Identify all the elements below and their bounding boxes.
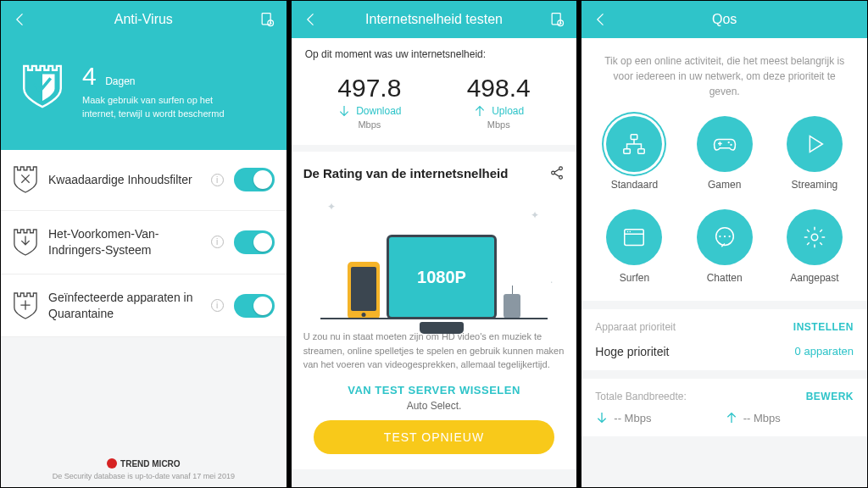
info-icon[interactable]: i: [211, 299, 224, 312]
tile-label: Streaming: [774, 179, 855, 191]
svg-point-5: [559, 167, 563, 170]
list-item[interactable]: Kwaadaardige Inhoudsfilter i: [1, 150, 287, 211]
tile-chatting[interactable]: Chatten: [684, 209, 765, 284]
download-unit: Mbps: [305, 119, 434, 130]
svg-rect-7: [632, 135, 638, 140]
gamepad-icon: [712, 131, 737, 157]
edit-link[interactable]: BEWERK: [806, 391, 854, 402]
tile-label: Gamen: [684, 179, 765, 191]
qos-screen: Qos Tik op een online activiteit, die he…: [581, 0, 868, 488]
report-icon[interactable]: [548, 10, 566, 29]
tile-custom[interactable]: Aangepast: [774, 209, 855, 284]
bandwidth-section: Totale Bandbreedte: BEWERK -- Mbps -- Mb…: [581, 379, 867, 436]
days-label: Dagen: [105, 75, 135, 87]
section-label: Totale Bandbreedte:: [595, 391, 686, 402]
device-priority-section: Apparaat prioriteit INSTELLEN Hoge prior…: [581, 309, 867, 370]
download-arrow-icon: [595, 411, 609, 424]
feature-label: Kwaadaardige Inhoudsfilter: [48, 172, 198, 188]
svg-point-16: [719, 236, 721, 237]
tile-label: Standaard: [593, 179, 675, 191]
upload-arrow-icon: [473, 104, 487, 118]
footer: TREND MICRO De Security database is up-t…: [1, 458, 287, 480]
page-title: Internetsnelheid testen: [320, 12, 548, 27]
tile-gaming[interactable]: Gamen: [684, 116, 765, 191]
tile-label: Chatten: [684, 272, 765, 284]
browser-icon: [621, 225, 647, 250]
toggle-switch[interactable]: [234, 230, 275, 254]
svg-point-18: [728, 236, 730, 237]
info-icon[interactable]: i: [211, 236, 224, 248]
svg-rect-2: [553, 14, 561, 25]
instruction-text: Tik op een online activiteit, die het me…: [593, 53, 855, 99]
svg-point-4: [552, 171, 555, 175]
svg-rect-0: [262, 14, 270, 25]
back-icon[interactable]: [592, 10, 610, 29]
illustration: ✦✦. 1080P: [303, 192, 565, 319]
upload-value: 498.4: [434, 74, 563, 103]
feature-label: Het-Voorkomen-Van-Indringers-Systeem: [48, 226, 198, 258]
tile-label: Aangepast: [774, 272, 855, 284]
high-priority-row[interactable]: Hoge prioriteit 0 apparaten: [595, 345, 854, 358]
back-icon[interactable]: [11, 10, 30, 29]
svg-point-14: [630, 231, 632, 233]
back-icon[interactable]: [302, 10, 320, 29]
shield-download-icon: [13, 228, 38, 257]
speedtest-screen: Internetsnelheid testen Op dit moment wa…: [291, 0, 578, 488]
cup-icon: [504, 294, 520, 319]
row-label: Hoge prioriteit: [595, 345, 669, 358]
change-server-link[interactable]: VAN TEST SERVER WISSELEN: [303, 384, 565, 396]
tile-standard[interactable]: Standaard: [593, 116, 675, 191]
feature-label: Geïnfecteerde apparaten in Quarantaine: [48, 290, 198, 322]
download-arrow-icon: [337, 104, 351, 118]
bandwidth-up: -- Mbps: [725, 411, 854, 424]
speed-summary: Op dit moment was uw internetsnelheid: 4…: [292, 38, 577, 145]
activity-grid: Standaard Gamen Streaming Surfen Chatten: [593, 116, 855, 284]
upload-unit: Mbps: [434, 119, 563, 130]
row-value: 0 apparaten: [795, 345, 854, 358]
svg-point-19: [811, 234, 818, 241]
retest-button[interactable]: TEST OPNIEUW: [314, 420, 555, 454]
report-icon[interactable]: [258, 10, 276, 29]
monitor-icon: 1080P: [387, 235, 497, 319]
svg-point-17: [724, 236, 726, 237]
header: Anti-Virus: [1, 1, 287, 38]
page-title: Anti-Virus: [30, 12, 258, 27]
download-block: 497.8 Download Mbps: [305, 74, 434, 130]
svg-point-10: [727, 141, 729, 143]
toggle-switch[interactable]: [234, 168, 275, 191]
bandwidth-down: -- Mbps: [595, 411, 724, 424]
upload-arrow-icon: [725, 411, 738, 424]
network-icon: [621, 131, 647, 157]
rating-description: U zou nu in staat moeten zijn om HD vide…: [303, 330, 565, 372]
section-label: Apparaat prioriteit: [595, 321, 676, 333]
hero-banner: 4 Dagen Maak gebruik van surfen op het i…: [1, 38, 287, 150]
list-item[interactable]: Het-Voorkomen-Van-Indringers-Systeem i: [1, 211, 287, 274]
chat-icon: [712, 225, 737, 250]
play-icon: [802, 131, 827, 157]
shield-plus-icon: [13, 291, 38, 320]
feature-list: Kwaadaardige Inhoudsfilter i Het-Voorkom…: [1, 150, 287, 338]
download-value: 497.8: [305, 74, 434, 103]
footer-text: De Security database is up-to-date vanaf…: [1, 472, 287, 480]
phone-icon: [348, 262, 380, 319]
shield-x-icon: [13, 165, 38, 194]
configure-link[interactable]: INSTELLEN: [793, 321, 854, 333]
svg-point-6: [559, 175, 563, 179]
tile-label: Surfen: [593, 272, 675, 284]
share-icon[interactable]: [549, 165, 565, 180]
page-title: Qos: [610, 12, 838, 27]
gear-icon: [802, 225, 827, 250]
toggle-switch[interactable]: [234, 294, 275, 318]
hero-subtitle: Maak gebruik van surfen op het internet,…: [82, 94, 235, 121]
svg-point-13: [627, 231, 629, 233]
svg-point-11: [730, 144, 732, 146]
caption: Op dit moment was uw internetsnelheid:: [305, 48, 564, 60]
header: Qos: [581, 1, 867, 38]
info-icon[interactable]: i: [211, 174, 224, 186]
tile-streaming[interactable]: Streaming: [774, 116, 855, 191]
tile-surfing[interactable]: Surfen: [593, 209, 675, 284]
list-item[interactable]: Geïnfecteerde apparaten in Quarantaine i: [1, 274, 287, 338]
resolution-badge: 1080P: [417, 268, 466, 287]
svg-rect-8: [624, 149, 631, 154]
header: Internetsnelheid testen: [292, 1, 577, 38]
